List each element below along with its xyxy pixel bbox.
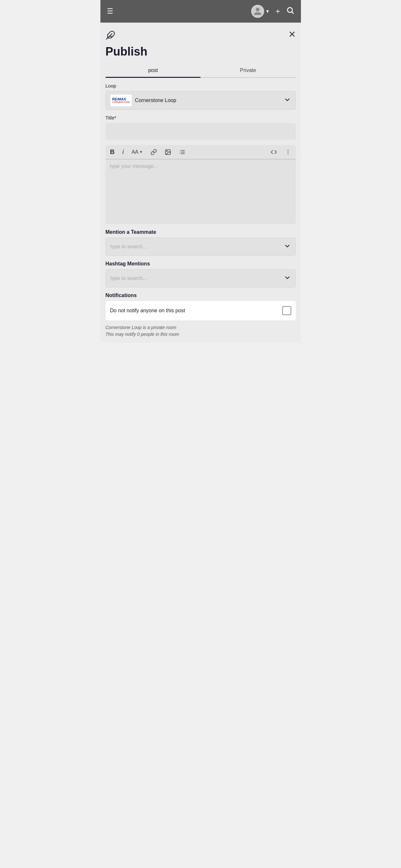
search-icon[interactable] [286, 6, 295, 17]
svg-point-13 [287, 151, 288, 152]
link-button[interactable] [149, 148, 158, 156]
notification-note: Cornerstone Loop is a private room This … [105, 323, 296, 343]
tabs-container: post Private [105, 64, 296, 78]
loop-section: Loop RE/MAX CORNERSTONE Cornerstone Loop [105, 83, 296, 110]
top-nav: ☰ ▼ + [100, 0, 301, 23]
image-button[interactable] [163, 148, 173, 156]
add-icon[interactable]: + [275, 7, 280, 16]
editor-toolbar: B i AA ▼ [105, 145, 296, 159]
remax-sub-label: CORNERSTONE [112, 101, 130, 103]
loop-name-text: Cornerstone Loop [135, 97, 176, 103]
mention-label: Mention a Teammate [105, 229, 296, 235]
svg-point-5 [166, 151, 167, 151]
mention-section: Mention a Teammate type to search... [105, 229, 296, 256]
loop-label: Loop [105, 83, 296, 89]
title-section: Title* [105, 115, 296, 140]
hamburger-icon[interactable]: ☰ [107, 8, 113, 15]
nav-left: ☰ [107, 8, 113, 15]
notify-checkbox[interactable] [282, 306, 291, 315]
notifications-label: Notifications [105, 292, 296, 299]
font-size-button[interactable]: AA ▼ [130, 149, 144, 156]
user-avatar-button[interactable]: ▼ [251, 5, 270, 18]
form-container: Loop RE/MAX CORNERSTONE Cornerstone Loop [105, 78, 296, 343]
loop-chevron-icon [284, 96, 291, 105]
loop-dropdown[interactable]: RE/MAX CORNERSTONE Cornerstone Loop [105, 91, 296, 110]
loop-selected-value: RE/MAX CORNERSTONE Cornerstone Loop [111, 95, 176, 106]
message-editor[interactable]: type your message... [105, 159, 296, 224]
code-button[interactable] [269, 148, 278, 156]
tab-post[interactable]: post [105, 64, 201, 77]
title-input[interactable] [105, 123, 296, 140]
page-title: Publish [105, 45, 296, 58]
notify-checkbox-row: Do not notify anyone on this post [105, 301, 296, 320]
font-size-arrow-icon: ▼ [140, 150, 143, 154]
header-section: ✕ [105, 28, 296, 42]
title-label: Title* [105, 115, 296, 120]
remax-logo: RE/MAX CORNERSTONE [111, 95, 132, 106]
list-button[interactable] [178, 148, 187, 156]
nav-right: ▼ + [251, 5, 295, 18]
notification-note-line2: This may notify 0 people in this room [105, 332, 179, 337]
main-content: ✕ Publish post Private Loop RE/MAX CO [100, 23, 301, 343]
notification-note-line1: Cornerstone Loop is a private room [105, 325, 176, 330]
hashtag-section: Hashtag Mentions type to search... [105, 261, 296, 287]
mention-chevron-icon [284, 243, 291, 251]
feather-icon [105, 30, 115, 42]
svg-point-14 [287, 153, 288, 154]
mention-placeholder: type to search... [111, 244, 147, 250]
notify-checkbox-label: Do not notify anyone on this post [110, 308, 185, 314]
hashtag-dropdown[interactable]: type to search... [105, 269, 296, 287]
close-button[interactable]: ✕ [288, 29, 296, 40]
form-area: Loop RE/MAX CORNERSTONE Cornerstone Loop [105, 78, 296, 343]
message-placeholder: type your message... [110, 163, 158, 169]
hashtag-label: Hashtag Mentions [105, 261, 296, 267]
italic-button[interactable]: i [121, 148, 125, 156]
notifications-section: Notifications Do not notify anyone on th… [105, 292, 296, 343]
tab-private[interactable]: Private [201, 64, 296, 77]
bold-button[interactable]: B [109, 148, 116, 156]
svg-line-1 [292, 12, 294, 13]
hashtag-chevron-icon [284, 274, 291, 283]
avatar [251, 5, 264, 18]
mention-dropdown[interactable]: type to search... [105, 238, 296, 256]
editor-container: B i AA ▼ [105, 145, 296, 224]
more-options-button[interactable] [283, 148, 292, 156]
hashtag-placeholder: type to search... [111, 275, 147, 281]
avatar-chevron-icon: ▼ [266, 9, 270, 14]
svg-point-12 [287, 150, 288, 151]
remax-label: RE/MAX [112, 97, 130, 101]
